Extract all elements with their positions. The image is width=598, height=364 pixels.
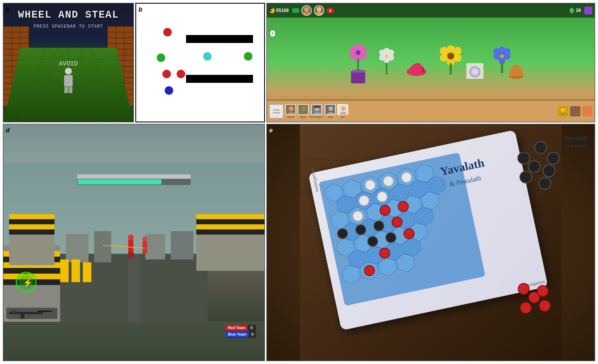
svg-point-44 — [440, 54, 448, 62]
hud-right: 28 — [570, 8, 581, 13]
avoid-text: AVOID — [3, 60, 133, 67]
trophy-area: 🏆 — [558, 106, 592, 116]
svg-rect-85 — [3, 268, 60, 274]
svg-point-45 — [447, 53, 454, 59]
puzzle-icon — [584, 7, 592, 15]
trophy-icon: 🏆 — [558, 106, 568, 116]
char-leg-right — [69, 87, 72, 93]
svg-point-198 — [537, 285, 548, 297]
leaf-value: 28 — [576, 8, 581, 13]
svg-rect-120 — [21, 314, 25, 319]
svg-point-39 — [440, 47, 448, 55]
svg-text:X: X — [6, 318, 8, 321]
player-character — [61, 68, 75, 93]
svg-rect-105 — [72, 260, 80, 282]
svg-point-56 — [493, 53, 500, 59]
svg-rect-104 — [60, 260, 69, 282]
svg-point-64 — [301, 106, 306, 111]
game-subtitle: PRESS SPACEBAR TO START — [3, 24, 133, 29]
svg-rect-99 — [196, 229, 264, 235]
friend-item-mrflowery: Mr Flowery — [310, 104, 323, 118]
dot-green-2 — [244, 52, 252, 61]
friend-item-joel: Joel — [325, 104, 336, 118]
svg-rect-25 — [357, 58, 359, 72]
scene-svg: ⚡ X — [3, 124, 264, 361]
blue-team-score: 0 — [249, 331, 256, 337]
svg-point-54 — [504, 53, 511, 59]
panel-b: b — [135, 3, 265, 122]
invite-friend-button[interactable]: InviteFriend — [269, 104, 283, 118]
hud-bar: 55169 — [267, 3, 595, 18]
panel-e-background: Yavalath & Pentalath nestorgames nestorg… — [267, 124, 595, 361]
panel-e: e — [266, 124, 595, 361]
blue-team-score-row: Blue Team 0 — [226, 331, 256, 337]
svg-rect-101 — [94, 231, 111, 262]
svg-rect-94 — [128, 254, 140, 322]
red-team-label: Red Team — [226, 325, 248, 331]
red-team-score-row: Red Team 0 — [226, 325, 256, 331]
svg-point-41 — [454, 47, 462, 55]
svg-rect-97 — [196, 219, 264, 224]
friend-avatar-mrflowery — [311, 104, 322, 115]
friend-name-mrflowery: Mr Flowery — [310, 116, 323, 118]
panel-e-label: e — [269, 127, 273, 134]
svg-rect-78 — [77, 174, 191, 179]
svg-point-190 — [520, 171, 532, 183]
svg-point-11 — [304, 7, 309, 12]
svg-rect-109 — [128, 252, 130, 258]
friend-avatar-david — [285, 104, 296, 115]
panel-c-background: 55169 — [267, 3, 595, 122]
friends-bar: InviteFriend David — [267, 100, 595, 122]
svg-rect-103 — [171, 231, 193, 260]
panel-c-label: c — [269, 6, 273, 13]
svg-rect-46 — [450, 63, 452, 75]
leaf-icon — [569, 7, 575, 14]
panel-d: d — [3, 124, 265, 361]
panel-d-label: d — [6, 127, 9, 134]
svg-point-12 — [303, 12, 310, 15]
svg-rect-102 — [145, 234, 165, 260]
svg-point-13 — [317, 7, 321, 12]
svg-rect-69 — [314, 106, 320, 108]
svg-point-49 — [472, 69, 478, 75]
svg-point-108 — [128, 235, 134, 240]
svg-point-71 — [328, 106, 333, 111]
char-leg-left — [64, 87, 68, 93]
panel-a: a WHEEL AND STEAL PRESS SPACEBAR TO STAR… — [3, 3, 134, 122]
svg-point-57 — [500, 54, 504, 58]
game-title: WHEEL AND STEAL — [3, 9, 133, 21]
item-icon-2 — [582, 106, 592, 116]
char-body — [64, 75, 73, 87]
friend-item-ryan: Ryan — [298, 104, 309, 118]
svg-point-195 — [518, 283, 529, 295]
red-team-score: 0 — [248, 325, 255, 331]
svg-point-199 — [539, 300, 550, 311]
player-avatar-1 — [301, 5, 312, 16]
svg-rect-89 — [9, 214, 54, 219]
svg-rect-100 — [66, 234, 89, 262]
blue-team-label: Blue Team — [226, 331, 249, 337]
player-avatar-2 — [314, 5, 324, 16]
panel-b-label: b — [138, 6, 142, 13]
svg-rect-111 — [142, 241, 147, 254]
friend-name-david: David — [287, 116, 294, 118]
svg-point-192 — [539, 178, 551, 190]
panel-a-background: WHEEL AND STEAL PRESS SPACEBAR TO START — [3, 3, 133, 122]
coin-value: 55169 — [276, 8, 289, 13]
board-svg: Yavalath & Pentalath nestorgames nestorg… — [267, 124, 595, 361]
item-icon-1 — [570, 106, 580, 116]
svg-rect-80 — [78, 179, 162, 184]
svg-point-74 — [341, 106, 346, 111]
svg-rect-58 — [501, 62, 503, 73]
bar-2 — [186, 75, 253, 83]
svg-rect-98 — [196, 224, 264, 229]
svg-point-197 — [520, 302, 531, 313]
bar-1 — [186, 35, 253, 43]
svg-point-193 — [547, 152, 559, 164]
svg-point-194 — [543, 165, 555, 177]
svg-point-23 — [350, 52, 356, 59]
friend-avatar-jim — [337, 104, 348, 115]
char-head — [65, 68, 72, 75]
dot-red-1 — [163, 28, 172, 36]
svg-point-33 — [385, 54, 389, 58]
